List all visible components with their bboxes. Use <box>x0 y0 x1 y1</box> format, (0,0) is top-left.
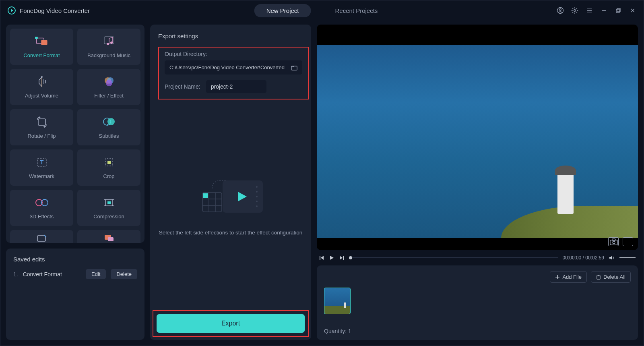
convert-format-icon <box>35 35 49 48</box>
svg-rect-7 <box>617 8 620 12</box>
tool-compression[interactable]: Compression <box>77 190 140 226</box>
svg-point-41 <box>256 191 258 193</box>
svg-point-44 <box>256 205 258 207</box>
saved-edit-row: 1. Convert Format Edit Delete <box>13 269 137 279</box>
svg-point-43 <box>256 201 258 202</box>
next-button[interactable] <box>339 255 344 261</box>
video-frame[interactable] <box>317 45 638 238</box>
tool-filter-effect[interactable]: Filter / Effect <box>77 69 140 105</box>
settings-icon[interactable] <box>571 7 578 14</box>
main-content: Convert Format Background Music Adjust V… <box>0 21 644 346</box>
svg-marker-22 <box>39 116 41 118</box>
export-settings-panel: Export settings Output Directory: C:\Use… <box>150 25 311 340</box>
tool-label: Convert Format <box>23 52 60 58</box>
time-display: 00:00:00 / 00:02:59 <box>563 255 604 261</box>
svg-point-16 <box>110 41 113 44</box>
svg-rect-8 <box>616 9 619 12</box>
quantity-display: Quantity: 1 <box>324 328 631 334</box>
app-logo-area: FoneDog Video Converter <box>8 6 90 15</box>
svg-marker-59 <box>609 256 612 260</box>
tool-rotate-flip[interactable]: Rotate / Flip <box>10 109 73 145</box>
effect-placeholder: Select the left side effections to start… <box>150 99 311 310</box>
edit-saved-button[interactable]: Edit <box>86 269 106 279</box>
svg-point-15 <box>107 43 109 45</box>
tab-new-project[interactable]: New Project <box>254 4 311 17</box>
export-button[interactable]: Export <box>157 314 305 333</box>
effect-help-text: Select the left side effections to start… <box>159 229 303 237</box>
tool-extra-1[interactable] <box>10 230 73 243</box>
tool-background-music[interactable]: Background Music <box>77 29 140 65</box>
adjust-volume-icon <box>35 76 49 88</box>
tool-label: Filter / Effect <box>94 93 124 99</box>
delete-all-label: Delete All <box>603 274 625 280</box>
output-settings-highlight: Output Directory: C:\Users\pc\FoneDog Vi… <box>158 47 309 99</box>
trash-icon <box>596 275 601 280</box>
maximize-icon[interactable] <box>615 7 622 14</box>
delete-saved-button[interactable]: Delete <box>111 269 137 279</box>
tool-label: Watermark <box>29 173 54 179</box>
video-preview <box>317 25 638 250</box>
add-file-button[interactable]: Add File <box>550 271 587 283</box>
rotate-flip-icon <box>35 116 49 128</box>
svg-point-2 <box>574 10 576 12</box>
account-icon[interactable] <box>557 7 564 14</box>
window-controls <box>557 7 636 14</box>
tool-extra-2[interactable] <box>77 230 140 243</box>
delete-all-button[interactable]: Delete All <box>591 271 631 283</box>
svg-text:T: T <box>40 159 43 166</box>
tool-subtitles[interactable]: Subtitles <box>77 109 140 145</box>
menu-icon[interactable] <box>586 7 593 14</box>
tab-recent-projects[interactable]: Recent Projects <box>323 4 390 17</box>
fullscreen-icon[interactable] <box>623 237 633 246</box>
output-directory-value: C:\Users\pc\FoneDog Video Converter\Conv… <box>169 64 285 70</box>
plus-icon <box>555 275 560 280</box>
tool-adjust-volume[interactable]: Adjust Volume <box>10 69 73 105</box>
clips-panel: Add File Delete All Quantity: 1 <box>317 265 638 340</box>
prev-button[interactable] <box>319 255 325 261</box>
svg-rect-21 <box>38 119 45 125</box>
svg-rect-33 <box>107 201 111 204</box>
effect-illustration-icon <box>194 172 267 221</box>
3d-effects-icon <box>35 197 49 209</box>
snapshot-icon[interactable] <box>608 237 619 246</box>
watermark-icon: T <box>35 156 49 168</box>
output-directory-input[interactable]: C:\Users\pc\FoneDog Video Converter\Conv… <box>165 60 302 75</box>
svg-point-52 <box>613 241 615 244</box>
svg-marker-56 <box>330 256 334 260</box>
main-tabs: New Project Recent Projects <box>254 4 390 17</box>
svg-rect-12 <box>41 40 47 45</box>
saved-edits-panel: Saved edits 1. Convert Format Edit Delet… <box>6 249 144 340</box>
svg-point-40 <box>256 186 258 188</box>
minimize-icon[interactable] <box>600 7 607 14</box>
svg-rect-29 <box>107 161 111 164</box>
tool-label: Rotate / Flip <box>27 133 56 139</box>
app-logo-icon <box>8 6 16 15</box>
tool-watermark[interactable]: T Watermark <box>10 149 73 186</box>
compression-icon <box>102 197 116 209</box>
app-title: FoneDog Video Converter <box>20 7 90 14</box>
svg-rect-53 <box>612 239 615 240</box>
background-music-icon <box>102 35 116 48</box>
folder-browse-icon[interactable] <box>291 65 297 70</box>
tool-label: Subtitles <box>99 133 119 139</box>
svg-point-20 <box>106 80 112 86</box>
progress-bar[interactable] <box>349 257 558 258</box>
tool-label: Compression <box>93 213 124 220</box>
extra-tool-icon-1 <box>35 232 49 243</box>
svg-marker-23 <box>43 126 45 128</box>
svg-point-42 <box>256 196 258 197</box>
close-icon[interactable] <box>629 7 636 14</box>
svg-rect-34 <box>37 236 45 241</box>
play-button[interactable] <box>329 255 334 261</box>
svg-marker-55 <box>321 256 324 260</box>
volume-icon[interactable] <box>609 255 615 261</box>
tool-3d-effects[interactable]: 3D Effects <box>10 190 73 226</box>
clip-thumbnail[interactable] <box>324 288 351 314</box>
tool-label: Crop <box>103 173 114 179</box>
tool-crop[interactable]: Crop <box>77 149 140 186</box>
project-name-input[interactable]: project-2 <box>206 80 266 93</box>
tool-convert-format[interactable]: Convert Format <box>10 29 73 65</box>
volume-slider[interactable] <box>619 257 636 258</box>
export-button-highlight: Export <box>153 310 309 337</box>
tool-label: Background Music <box>87 52 130 58</box>
